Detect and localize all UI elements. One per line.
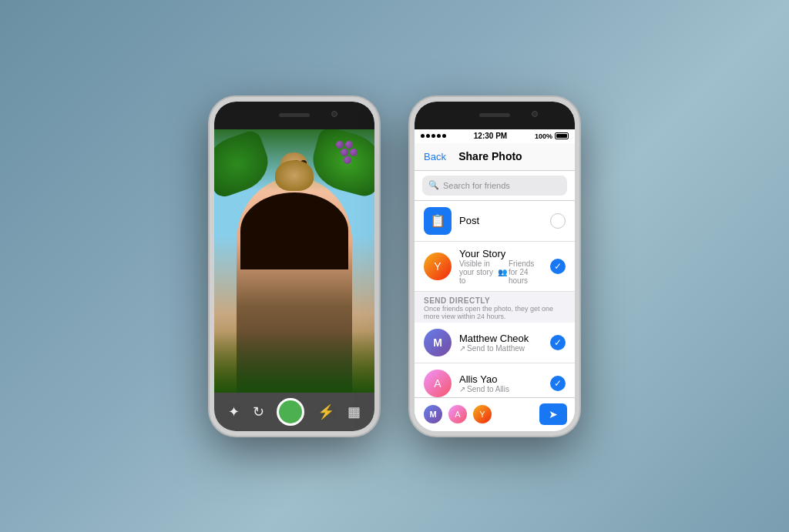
share-options-list: 📋 Post Y Your Story Visible in your stor… bbox=[415, 201, 575, 397]
selected-avatars: M A Y bbox=[422, 403, 535, 425]
friend-row-allis[interactable]: A Allis Yao ↗ Send to Allis ✓ bbox=[415, 363, 575, 397]
bottom-avatar-story: Y bbox=[472, 403, 493, 425]
back-button[interactable]: Back bbox=[424, 151, 446, 162]
effects-icon[interactable]: ✦ bbox=[228, 403, 240, 420]
status-bar: 12:30 PM 100% bbox=[415, 129, 575, 143]
post-option-text: Post bbox=[459, 215, 542, 226]
story-subtitle-text: Visible in your story to bbox=[459, 259, 496, 285]
gallery-icon[interactable]: ▦ bbox=[347, 403, 361, 420]
ar-grapes bbox=[336, 141, 359, 168]
battery-label: 100% bbox=[535, 132, 552, 140]
flip-camera-icon[interactable]: ↻ bbox=[253, 403, 264, 420]
ar-sloth-filter bbox=[271, 152, 317, 191]
left-phone: ✦ ↻ ⚡ ▦ bbox=[210, 97, 379, 436]
capture-button[interactable] bbox=[277, 398, 304, 426]
post-option-row[interactable]: 📋 Post bbox=[415, 201, 575, 242]
matthew-name: Matthew Cheok bbox=[459, 333, 542, 344]
signal-indicator bbox=[421, 134, 446, 138]
your-story-text: Your Story Visible in your story to 👥 Fr… bbox=[459, 248, 542, 285]
search-icon: 🔍 bbox=[428, 180, 439, 190]
nav-title: Share Photo bbox=[458, 150, 522, 162]
share-screen: 12:30 PM 100% Back Share Photo 🔍 Search … bbox=[415, 129, 575, 431]
send-directly-subtitle: Once friends open the photo, they get on… bbox=[424, 305, 566, 320]
status-time: 12:30 PM bbox=[474, 132, 507, 140]
friends-icon: 👥 bbox=[498, 268, 507, 276]
send-icon: ➤ bbox=[549, 408, 558, 420]
ar-leaves-bottom bbox=[214, 331, 374, 393]
matthew-checkbox[interactable]: ✓ bbox=[550, 335, 566, 350]
bottom-action-bar: M A Y ➤ bbox=[415, 397, 575, 431]
matthew-send-label: ↗ Send to Matthew bbox=[459, 344, 542, 353]
search-bar[interactable]: 🔍 Search for friends bbox=[422, 176, 567, 196]
post-icon: 📋 bbox=[424, 207, 452, 235]
send-button[interactable]: ➤ bbox=[539, 403, 567, 425]
allis-checkbox[interactable]: ✓ bbox=[550, 376, 566, 391]
your-story-title: Your Story bbox=[459, 248, 542, 259]
search-placeholder-text: Search for friends bbox=[443, 181, 510, 190]
bottom-avatar-allis: A bbox=[447, 403, 468, 425]
send-directly-section-header: SEND DIRECTLY Once friends open the phot… bbox=[415, 292, 575, 323]
allis-text: Allis Yao ↗ Send to Allis bbox=[459, 373, 542, 393]
matthew-text: Matthew Cheok ↗ Send to Matthew bbox=[459, 333, 542, 353]
right-speaker bbox=[479, 113, 510, 117]
your-story-subtitle: Visible in your story to 👥 Friends for 2… bbox=[459, 259, 542, 285]
avatar-allis: A bbox=[424, 370, 452, 397]
flash-icon[interactable]: ⚡ bbox=[317, 403, 334, 420]
story-avatar: Y bbox=[424, 253, 452, 280]
camera-controls: ✦ ↻ ⚡ ▦ bbox=[214, 393, 374, 431]
status-right: 100% bbox=[535, 132, 569, 140]
allis-name: Allis Yao bbox=[459, 373, 542, 385]
speaker bbox=[279, 113, 310, 117]
camera-screen bbox=[214, 129, 374, 393]
story-subtitle2-text: Friends for 24 hours bbox=[509, 259, 542, 285]
post-option-title: Post bbox=[459, 215, 542, 226]
allis-send-label: ↗ Send to Allis bbox=[459, 385, 542, 393]
avatar-matthew: M bbox=[424, 329, 452, 356]
friend-row-matthew[interactable]: M Matthew Cheok ↗ Send to Matthew ✓ bbox=[415, 323, 575, 363]
search-bar-container: 🔍 Search for friends bbox=[415, 171, 575, 201]
your-story-row[interactable]: Y Your Story Visible in your story to 👥 … bbox=[415, 242, 575, 292]
post-checkbox[interactable] bbox=[550, 213, 566, 229]
right-phone-top-bar bbox=[415, 102, 575, 129]
your-story-checkbox[interactable]: ✓ bbox=[550, 259, 566, 274]
right-phone: 12:30 PM 100% Back Share Photo 🔍 Search … bbox=[410, 97, 579, 436]
bottom-avatar-matthew: M bbox=[422, 403, 444, 425]
send-directly-title: SEND DIRECTLY bbox=[424, 296, 566, 305]
person-hair bbox=[240, 192, 348, 269]
front-camera-dot bbox=[331, 111, 337, 117]
nav-bar: Back Share Photo bbox=[415, 143, 575, 171]
right-front-camera-dot bbox=[532, 111, 538, 117]
phone-top-bar bbox=[214, 102, 374, 129]
battery-icon bbox=[555, 132, 569, 139]
